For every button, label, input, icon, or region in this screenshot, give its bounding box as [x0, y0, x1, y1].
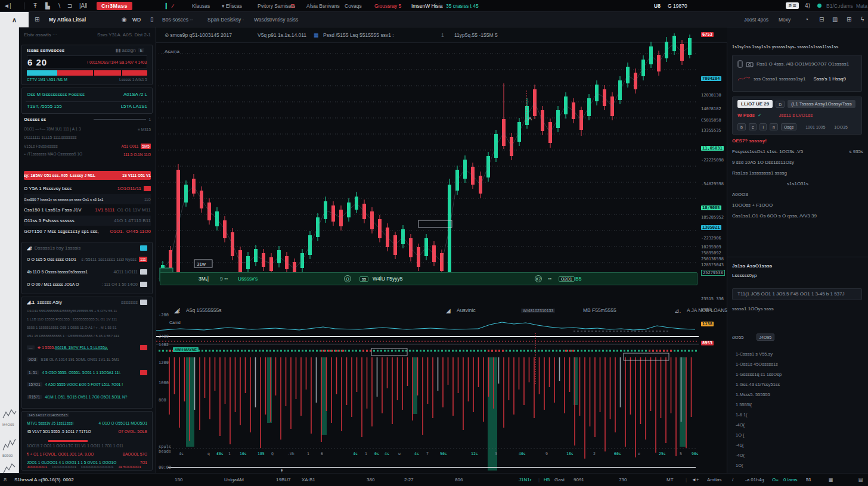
statusbar-item[interactable]: 9091 — [574, 473, 584, 486]
topbar-item[interactable]: ▎ — [166, 0, 170, 11]
topbar-item[interactable]: Afsia Bsnivans — [306, 0, 340, 11]
topbar-icon[interactable]: ◄| — [4, 0, 11, 11]
topbar-icon[interactable]: ∖ — [57, 0, 61, 11]
topbar-item[interactable]: Gioussray 5 — [374, 0, 401, 11]
topbar-item[interactable]: ∕ — [172, 0, 173, 11]
topbar-item[interactable]: Pvitory Samisats — [258, 0, 295, 11]
statusbar-item[interactable]: -a 01h4g — [745, 473, 764, 486]
banner-text[interactable]: 3M₁| — [199, 276, 209, 282]
right-list-item[interactable]: 1-Msss5- 555555 — [736, 392, 770, 397]
exposure-bar[interactable] — [27, 70, 147, 76]
alert-banner[interactable]: sy: 1B5AV O51 sss. A05 -Lssssy J M1L 1S … — [24, 171, 151, 180]
sparkline-icon[interactable] — [2, 406, 17, 422]
volume-header-label[interactable]: MB F55m5555 — [583, 303, 616, 318]
account-row[interactable]: T1ST, /5555 155L5TA LA1S1 — [27, 104, 147, 109]
value-chip[interactable]: J4O95 — [757, 334, 775, 341]
log-table-row[interactable]: —❖ 1 5555. A0J1B. 1M?V F1L L 5 LLA55p, — [27, 345, 147, 350]
tab-mini[interactable]: D — [776, 101, 785, 108]
order-row[interactable]: GOT150 7 Mss 1sgss1s1y sp1 sss,O1O1.O445… — [24, 226, 151, 236]
statusbar-item[interactable]: S1hrssal A.c(50-16(3). 0002 — [14, 473, 74, 486]
volume-header-label[interactable]: Ausvinic — [457, 303, 476, 318]
statusbar-icon[interactable]: Ƨ — [4, 473, 7, 486]
log-table-row[interactable]: 15?O14 A5O 5555 VOOC £O0 5 FO0T L51L 7O0… — [27, 382, 147, 387]
account-row[interactable]: Oss M Gsssssssss FossissA01SA /2 L — [27, 92, 147, 97]
banner-text[interactable]: 9 ▪▪ — [220, 276, 228, 282]
order-row[interactable]: Css150 1 Lss51s Fsss J1V1V1 5111O1 O1 11… — [24, 205, 151, 215]
watch-row[interactable]: ¶ + O1 1 FOVOL. OO01 JO1 1A. 9.OOBAOOOL … — [27, 452, 147, 456]
tab-secondary[interactable]: (L1 Tsssss Assy1Osssy/Tsss — [788, 100, 855, 108]
right-list-item[interactable]: -4O{ — [736, 422, 745, 428]
log-table-row[interactable]: 1. 514 5 O5O 5555. O5551. 5O51 1 1 15O5A… — [27, 370, 147, 375]
banner-text[interactable]: ▪▪ — [548, 276, 551, 282]
right-list-item[interactable]: -4O( — [736, 453, 745, 458]
topbar-item[interactable]: Mata — [856, 0, 867, 11]
log-table-row[interactable]: 0O3S1B OL A 1014 191 5OML ON01 1V1.1L 5M… — [27, 357, 147, 362]
volume-header-icon[interactable]: ◢! — [174, 303, 180, 318]
banner-text[interactable]: Ussssv's — [238, 276, 258, 282]
topbar-icon[interactable]: Ŧ — [33, 0, 37, 11]
statusbar-item[interactable]: / — [732, 473, 733, 486]
primary-action-button[interactable]: Cri3Mass — [97, 0, 132, 11]
watch-row[interactable]: MTV1 5sss1y J5 1ss11sssI4 O1O O O55O11 M… — [27, 421, 147, 425]
topbar-item[interactable]: 35 crasiss t 45 — [446, 0, 479, 11]
menubar-icon[interactable]: ▥ — [832, 12, 838, 27]
menubar-icon[interactable]: ⊞ — [35, 12, 39, 27]
topbar-item[interactable]: G 19870 — [668, 0, 687, 11]
menubar-item[interactable]: Moxy — [779, 12, 790, 27]
statusbar-item[interactable]: 150 — [175, 473, 182, 486]
statusbar-icon[interactable]: ▤ — [858, 473, 863, 486]
menubar-icon[interactable]: ◉ — [122, 12, 127, 27]
battery-chip[interactable]: ⚟≣ — [786, 0, 799, 11]
right-list-item[interactable]: -41{ — [736, 443, 743, 448]
topbar-icon[interactable]: ⊐ — [67, 0, 72, 11]
banner-circle-icon[interactable]: K7 — [535, 275, 542, 282]
statusbar-item[interactable]: MT — [666, 473, 674, 486]
statusbar-item[interactable]: XA:B1 — [302, 473, 315, 486]
statusbar-item[interactable]: O= — [772, 473, 779, 486]
menubar-item[interactable]: My Attica Litsal — [49, 12, 86, 27]
right-list-item[interactable]: 1 5555l{ — [736, 402, 752, 407]
signal-row[interactable]: O O 1s5 5 Oss ssss O1O1s /55111 1ss1sss1… — [27, 257, 147, 262]
statusbar-item[interactable]: 0 lams — [783, 473, 798, 486]
format-button[interactable]: b — [737, 123, 746, 130]
statusbar-item[interactable]: J1N1r — [519, 473, 531, 486]
statusbar-item[interactable]: 730 — [619, 473, 627, 486]
order-row[interactable]: O Y5A 1 Rsssvsy bsss1O1O11/11 — [24, 183, 151, 194]
menubar-icon[interactable]: ⊟ — [819, 12, 824, 27]
topbar-item[interactable]: ⊡ — [290, 0, 294, 11]
signal-row[interactable]: O O 00 / Ms1 sssss JO1A O: 111 O4 1 50 1… — [27, 282, 147, 287]
watch-row[interactable]: JOO1 1 OLOOO1 4 1 OOO1 1 1 5 OVO1 1 OOO1… — [27, 460, 147, 465]
menubar-icon[interactable]: ▯ — [150, 12, 154, 27]
menubar-icon[interactable]: ⊞ — [847, 12, 851, 27]
menubar-item[interactable]: Joost 4pos — [744, 12, 768, 27]
statusbar-item[interactable]: 2:27 — [404, 473, 414, 486]
menubar-item[interactable]: Span Desisksy · — [207, 12, 244, 27]
banner-text[interactable]: B5 — [575, 276, 581, 282]
statusbar-item[interactable]: H5 — [544, 473, 550, 486]
collapse-chevron-icon[interactable]: ∧ — [0, 12, 29, 27]
tab-active[interactable]: LL/O7 UE 29 — [737, 100, 773, 108]
topbar-item[interactable]: Klausas — [192, 0, 210, 11]
statusbar-item[interactable]: Gast — [554, 473, 565, 486]
right-list-item[interactable]: 1O { — [736, 432, 745, 438]
menubar-icon[interactable]: ϟ — [861, 12, 864, 27]
banner-text[interactable]: W4lU F5yyy5 — [373, 276, 403, 282]
right-list-item[interactable]: 1-Oss1s 45Osssss1s — [736, 362, 778, 367]
topbar-item[interactable]: Covaqs — [345, 0, 362, 11]
corner-chip[interactable]: E — [138, 48, 144, 52]
log-badge[interactable] — [140, 300, 147, 305]
menubar-item[interactable]: Wasdstrvntisy asiss — [254, 12, 298, 27]
summary-row[interactable]: T11(1 JO5 OO1 1 JO5.5 F45 OO1 1 3-45 b 1… — [732, 288, 862, 300]
log-table-row[interactable]: R15?14/1M 1 O51. 5O15 OV51 1 7O0 O5O1.5O… — [27, 395, 147, 399]
topbar-icon[interactable]: 4⟩ — [805, 0, 810, 11]
statusbar-item[interactable]: Amtias — [707, 473, 721, 486]
statusbar-item[interactable]: 380 — [367, 473, 374, 486]
format-button[interactable]: c — [749, 123, 757, 130]
topbar-icon[interactable]: ▙ — [45, 0, 50, 11]
balance-slider[interactable] — [94, 119, 146, 120]
format-button[interactable]: i — [760, 123, 767, 130]
statusbar-item[interactable]: 19BU7 — [276, 473, 290, 486]
statusbar-item[interactable]: UnigaAM — [224, 473, 244, 486]
banner-circle-icon[interactable]: O — [344, 275, 351, 282]
volume-chart[interactable]: ↟ — [156, 319, 721, 472]
